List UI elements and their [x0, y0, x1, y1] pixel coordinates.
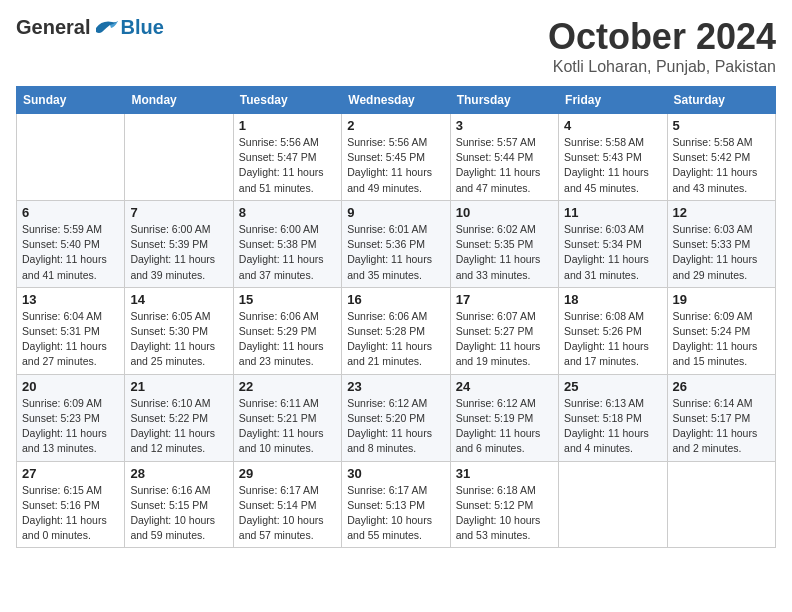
day-number: 3: [456, 118, 553, 133]
calendar-header: SundayMondayTuesdayWednesdayThursdayFrid…: [17, 87, 776, 114]
day-number: 7: [130, 205, 227, 220]
calendar-col-header: Saturday: [667, 87, 775, 114]
calendar-cell: 5Sunrise: 5:58 AM Sunset: 5:42 PM Daylig…: [667, 114, 775, 201]
calendar-cell: 15Sunrise: 6:06 AM Sunset: 5:29 PM Dayli…: [233, 287, 341, 374]
calendar-cell: 20Sunrise: 6:09 AM Sunset: 5:23 PM Dayli…: [17, 374, 125, 461]
calendar-cell: 6Sunrise: 5:59 AM Sunset: 5:40 PM Daylig…: [17, 200, 125, 287]
cell-info: Sunrise: 6:03 AM Sunset: 5:33 PM Dayligh…: [673, 222, 770, 283]
calendar-cell: 9Sunrise: 6:01 AM Sunset: 5:36 PM Daylig…: [342, 200, 450, 287]
cell-info: Sunrise: 6:05 AM Sunset: 5:30 PM Dayligh…: [130, 309, 227, 370]
calendar-col-header: Sunday: [17, 87, 125, 114]
calendar-cell: 24Sunrise: 6:12 AM Sunset: 5:19 PM Dayli…: [450, 374, 558, 461]
calendar-cell: 7Sunrise: 6:00 AM Sunset: 5:39 PM Daylig…: [125, 200, 233, 287]
cell-info: Sunrise: 6:14 AM Sunset: 5:17 PM Dayligh…: [673, 396, 770, 457]
calendar-col-header: Wednesday: [342, 87, 450, 114]
calendar-cell: [17, 114, 125, 201]
cell-info: Sunrise: 6:07 AM Sunset: 5:27 PM Dayligh…: [456, 309, 553, 370]
calendar-cell: 1Sunrise: 5:56 AM Sunset: 5:47 PM Daylig…: [233, 114, 341, 201]
day-number: 26: [673, 379, 770, 394]
day-number: 1: [239, 118, 336, 133]
day-number: 14: [130, 292, 227, 307]
day-number: 9: [347, 205, 444, 220]
day-number: 19: [673, 292, 770, 307]
calendar-cell: 26Sunrise: 6:14 AM Sunset: 5:17 PM Dayli…: [667, 374, 775, 461]
calendar-cell: [559, 461, 667, 548]
day-number: 24: [456, 379, 553, 394]
cell-info: Sunrise: 6:10 AM Sunset: 5:22 PM Dayligh…: [130, 396, 227, 457]
calendar-cell: 16Sunrise: 6:06 AM Sunset: 5:28 PM Dayli…: [342, 287, 450, 374]
cell-info: Sunrise: 6:12 AM Sunset: 5:20 PM Dayligh…: [347, 396, 444, 457]
calendar-cell: 25Sunrise: 6:13 AM Sunset: 5:18 PM Dayli…: [559, 374, 667, 461]
day-number: 10: [456, 205, 553, 220]
calendar-cell: 12Sunrise: 6:03 AM Sunset: 5:33 PM Dayli…: [667, 200, 775, 287]
cell-info: Sunrise: 6:09 AM Sunset: 5:23 PM Dayligh…: [22, 396, 119, 457]
day-number: 13: [22, 292, 119, 307]
calendar-cell: 17Sunrise: 6:07 AM Sunset: 5:27 PM Dayli…: [450, 287, 558, 374]
cell-info: Sunrise: 6:06 AM Sunset: 5:28 PM Dayligh…: [347, 309, 444, 370]
cell-info: Sunrise: 5:56 AM Sunset: 5:45 PM Dayligh…: [347, 135, 444, 196]
calendar-week-row: 1Sunrise: 5:56 AM Sunset: 5:47 PM Daylig…: [17, 114, 776, 201]
calendar-cell: 27Sunrise: 6:15 AM Sunset: 5:16 PM Dayli…: [17, 461, 125, 548]
cell-info: Sunrise: 6:04 AM Sunset: 5:31 PM Dayligh…: [22, 309, 119, 370]
logo-general: General: [16, 16, 90, 39]
calendar-week-row: 13Sunrise: 6:04 AM Sunset: 5:31 PM Dayli…: [17, 287, 776, 374]
calendar-cell: 19Sunrise: 6:09 AM Sunset: 5:24 PM Dayli…: [667, 287, 775, 374]
title-block: October 2024 Kotli Loharan, Punjab, Paki…: [548, 16, 776, 76]
cell-info: Sunrise: 6:15 AM Sunset: 5:16 PM Dayligh…: [22, 483, 119, 544]
cell-info: Sunrise: 5:56 AM Sunset: 5:47 PM Dayligh…: [239, 135, 336, 196]
calendar-cell: 30Sunrise: 6:17 AM Sunset: 5:13 PM Dayli…: [342, 461, 450, 548]
day-number: 16: [347, 292, 444, 307]
logo-blue: Blue: [120, 16, 163, 39]
day-number: 30: [347, 466, 444, 481]
calendar-col-header: Thursday: [450, 87, 558, 114]
page-header: General Blue October 2024 Kotli Loharan,…: [16, 16, 776, 76]
calendar-week-row: 20Sunrise: 6:09 AM Sunset: 5:23 PM Dayli…: [17, 374, 776, 461]
calendar-cell: [125, 114, 233, 201]
logo-bird-icon: [92, 18, 120, 38]
cell-info: Sunrise: 6:08 AM Sunset: 5:26 PM Dayligh…: [564, 309, 661, 370]
calendar-col-header: Monday: [125, 87, 233, 114]
day-number: 17: [456, 292, 553, 307]
day-number: 23: [347, 379, 444, 394]
calendar-cell: 2Sunrise: 5:56 AM Sunset: 5:45 PM Daylig…: [342, 114, 450, 201]
calendar-body: 1Sunrise: 5:56 AM Sunset: 5:47 PM Daylig…: [17, 114, 776, 548]
day-number: 8: [239, 205, 336, 220]
calendar-cell: 10Sunrise: 6:02 AM Sunset: 5:35 PM Dayli…: [450, 200, 558, 287]
day-number: 31: [456, 466, 553, 481]
calendar-cell: 4Sunrise: 5:58 AM Sunset: 5:43 PM Daylig…: [559, 114, 667, 201]
calendar-week-row: 6Sunrise: 5:59 AM Sunset: 5:40 PM Daylig…: [17, 200, 776, 287]
day-number: 2: [347, 118, 444, 133]
day-number: 27: [22, 466, 119, 481]
cell-info: Sunrise: 6:16 AM Sunset: 5:15 PM Dayligh…: [130, 483, 227, 544]
day-number: 12: [673, 205, 770, 220]
day-number: 25: [564, 379, 661, 394]
calendar-cell: 18Sunrise: 6:08 AM Sunset: 5:26 PM Dayli…: [559, 287, 667, 374]
month-title: October 2024: [548, 16, 776, 58]
cell-info: Sunrise: 6:13 AM Sunset: 5:18 PM Dayligh…: [564, 396, 661, 457]
cell-info: Sunrise: 5:59 AM Sunset: 5:40 PM Dayligh…: [22, 222, 119, 283]
cell-info: Sunrise: 6:03 AM Sunset: 5:34 PM Dayligh…: [564, 222, 661, 283]
cell-info: Sunrise: 6:02 AM Sunset: 5:35 PM Dayligh…: [456, 222, 553, 283]
cell-info: Sunrise: 6:18 AM Sunset: 5:12 PM Dayligh…: [456, 483, 553, 544]
cell-info: Sunrise: 6:17 AM Sunset: 5:13 PM Dayligh…: [347, 483, 444, 544]
cell-info: Sunrise: 6:06 AM Sunset: 5:29 PM Dayligh…: [239, 309, 336, 370]
cell-info: Sunrise: 6:17 AM Sunset: 5:14 PM Dayligh…: [239, 483, 336, 544]
cell-info: Sunrise: 5:57 AM Sunset: 5:44 PM Dayligh…: [456, 135, 553, 196]
calendar-cell: 28Sunrise: 6:16 AM Sunset: 5:15 PM Dayli…: [125, 461, 233, 548]
cell-info: Sunrise: 6:09 AM Sunset: 5:24 PM Dayligh…: [673, 309, 770, 370]
day-number: 29: [239, 466, 336, 481]
cell-info: Sunrise: 6:11 AM Sunset: 5:21 PM Dayligh…: [239, 396, 336, 457]
calendar-cell: 14Sunrise: 6:05 AM Sunset: 5:30 PM Dayli…: [125, 287, 233, 374]
calendar-col-header: Friday: [559, 87, 667, 114]
cell-info: Sunrise: 6:01 AM Sunset: 5:36 PM Dayligh…: [347, 222, 444, 283]
cell-info: Sunrise: 6:00 AM Sunset: 5:39 PM Dayligh…: [130, 222, 227, 283]
day-number: 28: [130, 466, 227, 481]
calendar-cell: 13Sunrise: 6:04 AM Sunset: 5:31 PM Dayli…: [17, 287, 125, 374]
day-number: 21: [130, 379, 227, 394]
logo: General Blue: [16, 16, 164, 39]
cell-info: Sunrise: 6:00 AM Sunset: 5:38 PM Dayligh…: [239, 222, 336, 283]
calendar-cell: 22Sunrise: 6:11 AM Sunset: 5:21 PM Dayli…: [233, 374, 341, 461]
day-number: 5: [673, 118, 770, 133]
cell-info: Sunrise: 6:12 AM Sunset: 5:19 PM Dayligh…: [456, 396, 553, 457]
day-number: 11: [564, 205, 661, 220]
